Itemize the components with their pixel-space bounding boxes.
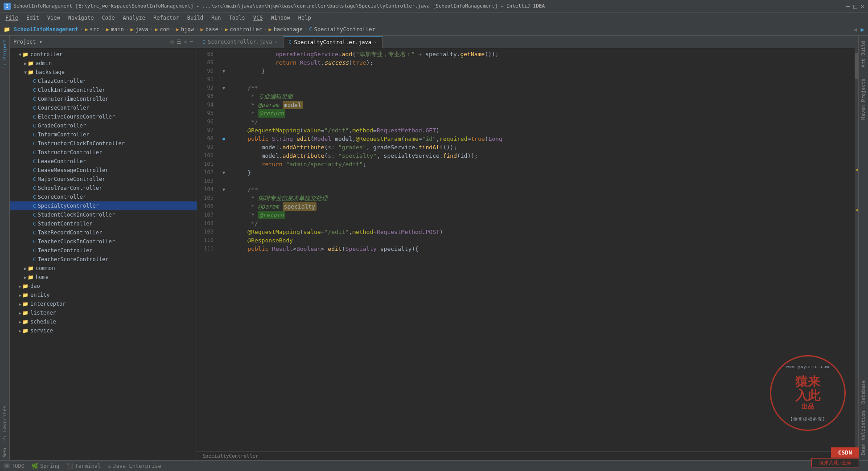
tree-takerecord[interactable]: C TakeRecordController	[10, 228, 197, 237]
tree-schedule[interactable]: ▶ 📁 schedule	[10, 317, 197, 326]
tree-interceptor[interactable]: ▶ 📁 interceptor	[10, 299, 197, 308]
menu-code[interactable]: Code	[99, 14, 119, 22]
tree-controller[interactable]: ▼ 📁 controller	[10, 50, 197, 59]
breadcrumb-backstage[interactable]: backstage	[274, 26, 303, 33]
right-panels: Ant Build Maven Projects Database Bean V…	[858, 36, 868, 460]
bottom-tab-java-enterprise[interactable]: ☕ Java Enterprise	[108, 463, 161, 469]
tree-teacherclockin[interactable]: C TeacherClockInController	[10, 237, 197, 246]
code-content[interactable]: operaterLogService.add("添加专业，专业名：" + spe…	[228, 48, 855, 451]
minimize-button[interactable]: ─	[846, 3, 850, 10]
ln-111: 111	[197, 245, 215, 253]
right-panel-maven[interactable]: Maven Projects	[860, 75, 867, 123]
tree-inform[interactable]: C InformController	[10, 130, 197, 139]
sidebar-settings-icon[interactable]: ☰	[177, 39, 181, 45]
editor-scrollbar[interactable]	[855, 48, 858, 451]
tree-listener[interactable]: ▶ 📁 listener	[10, 308, 197, 317]
fold-icon-104[interactable]: ▼	[222, 187, 225, 192]
breadcrumb-controller[interactable]: controller	[230, 26, 262, 33]
tab-close-score[interactable]: ✕	[275, 40, 278, 45]
fold-icon-102[interactable]: ▼	[222, 170, 225, 175]
tree-teacher[interactable]: C TeacherController	[10, 246, 197, 255]
right-panel-bean[interactable]: Bean Validation	[860, 407, 867, 459]
tree-backstage[interactable]: ▼ 📁 backstage	[10, 68, 197, 77]
folder-icon-backstage: 📁	[28, 70, 34, 75]
menu-file[interactable]: File	[2, 14, 22, 22]
tree-admin[interactable]: ▶ 📁 admin	[10, 59, 197, 68]
gutter-94	[219, 101, 228, 109]
menu-refactor[interactable]: Refactor	[150, 14, 183, 22]
menu-navigate[interactable]: Navigate	[65, 14, 98, 22]
breadcrumb-main[interactable]: main	[111, 26, 124, 33]
bottom-tab-terminal[interactable]: ⬛ Terminal	[66, 463, 101, 469]
menu-analyze[interactable]: Analyze	[119, 14, 149, 22]
code-line-93: * 专业编辑页面	[234, 92, 855, 101]
menu-edit[interactable]: Edit	[23, 14, 43, 22]
breadcrumb-hjqw[interactable]: hjqw	[181, 26, 194, 33]
nav-left-arrow[interactable]: ◀	[853, 26, 857, 33]
window-controls[interactable]: ─ □ ✕	[846, 3, 864, 10]
java-icon-inform: C	[33, 132, 36, 138]
tree-schoolyear[interactable]: C SchoolYearController	[10, 184, 197, 192]
tree-dao[interactable]: ▶ 📁 dao	[10, 282, 197, 291]
tab-close-specialty[interactable]: ✕	[374, 40, 377, 45]
tree-clazz[interactable]: C ClazzController	[10, 77, 197, 86]
tree-leave[interactable]: C LeaveController	[10, 157, 197, 166]
fold-icon-90[interactable]: ▼	[222, 69, 225, 74]
tree-student[interactable]: C StudentController	[10, 219, 197, 228]
fold-icon-92[interactable]: ▼	[222, 86, 225, 90]
left-tab-web[interactable]: Web	[1, 446, 8, 459]
breadcrumb-project[interactable]: SchoolInfoManagement	[14, 26, 78, 33]
bp-icon-98[interactable]: ●	[222, 136, 225, 141]
right-panel-database[interactable]: Database	[860, 377, 867, 407]
tree-home[interactable]: ▶ 📁 home	[10, 273, 197, 282]
maximize-button[interactable]: □	[853, 3, 857, 10]
menu-tools[interactable]: Tools	[226, 14, 249, 22]
scrollbar-thumb[interactable]	[855, 53, 858, 79]
tree-clockin[interactable]: C ClockInTimeController	[10, 86, 197, 94]
tree-service[interactable]: ▶ 📁 service	[10, 326, 197, 335]
java-icon-clazz: C	[33, 78, 36, 84]
left-tab-favorites[interactable]: 2: Favorites	[1, 404, 8, 442]
menu-bar: File Edit View Navigate Code Analyze Ref…	[0, 12, 868, 23]
tree-score[interactable]: C ScoreController	[10, 192, 197, 201]
left-tab-project[interactable]: 1: Project	[1, 37, 8, 70]
tree-label-takerecord: TakeRecordController	[38, 229, 103, 236]
tree-specialty[interactable]: C SpecialtyController	[10, 201, 197, 210]
tab-specialty-controller[interactable]: C SpecialtyController.java ✕	[284, 36, 383, 48]
breadcrumb-java[interactable]: java	[136, 26, 148, 33]
tree-entity[interactable]: ▶ 📁 entity	[10, 291, 197, 299]
bottom-tab-spring[interactable]: 🌿 Spring	[32, 463, 59, 469]
tree-leavemsg[interactable]: C LeaveMessageController	[10, 166, 197, 175]
tree-teacherscore[interactable]: C TeacherScoreController	[10, 255, 197, 264]
menu-window[interactable]: Window	[267, 14, 293, 22]
tree-majorcourse[interactable]: C MajorCourseController	[10, 175, 197, 184]
breadcrumb-com[interactable]: com	[160, 26, 169, 33]
menu-run[interactable]: Run	[208, 14, 225, 22]
code-line-92: /**	[234, 84, 855, 92]
sidebar-gear-icon[interactable]: ✕	[184, 39, 187, 45]
tab-score-controller[interactable]: C ScoreController.java ✕	[197, 36, 284, 48]
tree-instructor[interactable]: C InstructorController	[10, 148, 197, 157]
nav-right-arrow[interactable]: ▶	[861, 26, 864, 33]
menu-build[interactable]: Build	[184, 14, 207, 22]
tree-course[interactable]: C CourseController	[10, 103, 197, 112]
close-button[interactable]: ✕	[861, 3, 864, 10]
breadcrumb-base[interactable]: base	[206, 26, 218, 33]
tree-commuter[interactable]: C CommuterTimeController	[10, 94, 197, 103]
tree-elective[interactable]: C ElectiveCourseController	[10, 112, 197, 121]
tree-instructorclockin[interactable]: C InstructorClockInController	[10, 139, 197, 148]
code-line-90: }	[234, 67, 855, 75]
bottom-tab-todo[interactable]: 6 TODO	[4, 463, 25, 469]
menu-help[interactable]: Help	[295, 14, 315, 22]
tree-studentclockin[interactable]: C StudentClockInController	[10, 210, 197, 219]
right-panel-ant[interactable]: Ant Build	[860, 37, 867, 71]
sidebar-close-icon[interactable]: ─	[190, 39, 193, 45]
breadcrumb-src[interactable]: src	[90, 26, 99, 33]
menu-vcs[interactable]: VCS	[250, 14, 267, 22]
tree-common[interactable]: ▶ 📁 common	[10, 264, 197, 273]
code-editor[interactable]: 88 89 90 91 92 93 94 95 96 97 98 99 100 …	[197, 48, 858, 451]
menu-view[interactable]: View	[44, 14, 64, 22]
tree-grade[interactable]: C GradeController	[10, 121, 197, 130]
sidebar-sync-icon[interactable]: ⚙	[170, 39, 173, 45]
breadcrumb-specialty-controller[interactable]: SpecialtyController	[314, 26, 375, 33]
